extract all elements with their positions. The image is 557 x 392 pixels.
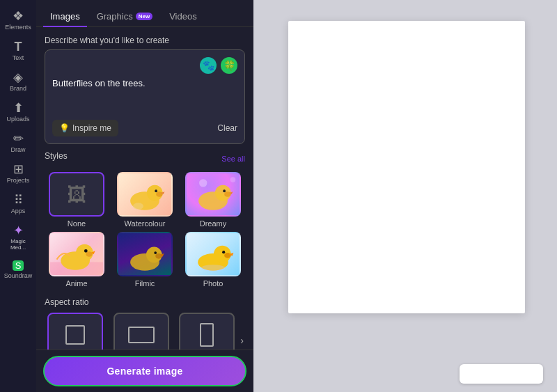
avatar-teal: 🐾 [200,57,217,74]
describe-label: Describe what you'd like to create [45,36,245,45]
aspect-thumb-landscape [113,313,169,350]
input-actions: 💡 Inspire me Clear [52,120,237,136]
input-icons: 🐾 🍀 [52,57,237,74]
style-thumb-anime [49,232,104,276]
projects-icon: ⊞ [13,163,24,175]
styles-header: Styles See all [45,151,245,166]
sidebar-label-text: Text [13,54,24,61]
inspire-button[interactable]: 💡 Inspire me [52,120,118,136]
main-panel: Images Graphics New Videos Describe what… [36,0,253,392]
aspect-scroll-container: Square Landscape Portrait [45,313,245,350]
sidebar-item-uploads[interactable]: ⬆ Uploads [2,97,34,127]
landscape-shape [128,327,155,343]
sidebar-label-draw: Draw [10,146,25,153]
see-all-link[interactable]: See all [221,155,245,163]
tab-videos[interactable]: Videos [162,7,204,27]
style-thumb-none: 🖼 [49,172,104,217]
sidebar-label-uploads: Uploads [6,116,29,123]
style-item-dreamy[interactable]: Dreamy [181,172,245,228]
duck-watercolour-svg [118,172,171,217]
sidebar-label-brand: Brand [10,85,26,92]
sidebar-label-elements: Elements [5,24,31,31]
image-placeholder-icon: 🖼 [67,183,86,206]
style-label-filmic: Filmic [135,279,155,288]
uploads-icon: ⬆ [13,102,24,114]
tabs-container: Images Graphics New Videos [36,0,253,27]
sidebar-item-elements[interactable]: ❖ Elements [2,6,34,35]
draw-icon: ✏ [13,132,24,145]
describe-textarea[interactable]: Butterflies on the trees. [52,78,237,113]
magic-media-icon: ✦ [13,224,24,237]
svg-point-26 [224,253,231,258]
aspect-grid: Square Landscape Portrait [45,313,237,350]
aspect-item-landscape[interactable]: Landscape [110,313,171,350]
style-thumb-watercolour [117,172,173,217]
svg-point-5 [133,203,143,210]
svg-point-22 [154,251,157,254]
generate-footer: Generate image [36,350,253,392]
svg-point-9 [223,189,226,192]
style-thumb-filmic [117,232,173,276]
style-item-none[interactable]: 🖼 None [45,172,109,228]
style-item-anime[interactable]: Anime [45,232,109,288]
avatar-green: 🍀 [221,57,237,74]
svg-point-21 [155,253,162,259]
style-item-photo[interactable]: Photo [181,232,245,288]
svg-point-27 [222,251,225,253]
sidebar-item-brand[interactable]: ◈ Brand [2,67,34,96]
duck-dreamy-svg [187,172,240,217]
new-badge: New [136,13,152,20]
tab-graphics[interactable]: Graphics New [90,7,159,27]
sidebar-item-apps[interactable]: ⠿ Apps [2,189,34,219]
svg-point-2 [156,191,163,197]
sidebar-label-soundraw: Soundraw [4,272,33,279]
svg-point-3 [155,189,157,192]
style-thumb-dreamy [185,172,241,217]
clear-button[interactable]: Clear [217,123,237,133]
portrait-shape [200,323,214,347]
styles-grid: 🖼 None Watercolour [45,172,245,288]
style-thumb-photo [185,232,241,276]
svg-point-17 [84,249,88,253]
sidebar-item-soundraw[interactable]: S Soundraw [2,256,34,283]
style-item-watercolour[interactable]: Watercolour [113,172,177,228]
aspect-item-portrait[interactable]: Portrait [176,313,237,350]
sidebar-label-magic-media: Magic Med... [5,238,31,251]
svg-point-11 [199,179,207,187]
elements-icon: ❖ [13,10,24,22]
canvas-bottom-bar [460,364,543,384]
bulb-icon: 💡 [59,123,70,133]
panel-content: Describe what you'd like to create 🐾 🍀 B… [36,27,253,350]
svg-point-8 [224,191,231,197]
style-item-filmic[interactable]: Filmic [113,232,177,288]
sidebar-item-text[interactable]: T Text [2,36,34,65]
sidebar-item-projects[interactable]: ⊞ Projects [2,159,34,188]
aspect-thumb-portrait [179,313,235,350]
style-label-anime: Anime [65,279,87,288]
style-label-photo: Photo [203,279,223,288]
scroll-right-arrow[interactable]: › [239,334,245,347]
icon-sidebar: ❖ Elements T Text ◈ Brand ⬆ Uploads ✏ Dr… [0,0,36,392]
aspect-thumb-square [47,313,103,350]
tab-images[interactable]: Images [43,7,87,27]
duck-photo-svg [187,232,240,276]
sidebar-item-magic-media[interactable]: ✦ Magic Med... [2,220,34,255]
svg-point-29 [201,265,225,272]
text-icon: T [15,40,22,53]
apps-icon: ⠿ [14,194,23,206]
aspect-item-square[interactable]: Square [45,313,106,350]
style-label-none: None [68,219,86,228]
sidebar-label-apps: Apps [11,207,26,214]
duck-filmic-svg [118,232,171,276]
sidebar-item-draw[interactable]: ✏ Draw [2,128,34,157]
svg-point-12 [230,177,236,182]
sidebar-label-projects: Projects [7,177,30,184]
text-input-area: 🐾 🍀 Butterflies on the trees. 💡 Inspire … [45,49,245,144]
generate-button[interactable]: Generate image [43,356,246,386]
canvas-white [288,21,525,313]
style-label-watercolour: Watercolour [125,219,166,228]
canvas-area [253,0,557,392]
square-shape [65,325,85,345]
svg-point-16 [86,251,93,257]
styles-title: Styles [45,151,68,161]
